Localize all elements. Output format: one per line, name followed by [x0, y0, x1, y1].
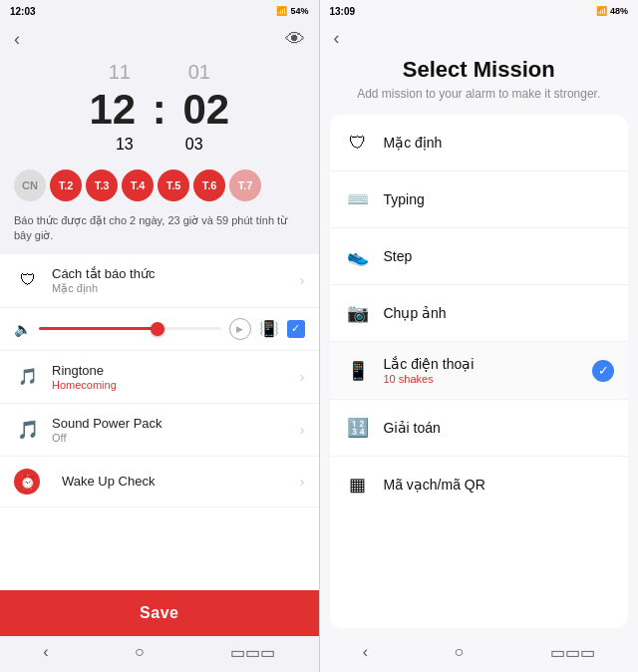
hour-above[interactable]: 11 — [106, 61, 134, 84]
right-status-icons: 📶 48% — [596, 6, 628, 16]
volume-slider[interactable] — [39, 327, 221, 330]
sound-power-content: Sound Power Pack Off — [52, 416, 300, 444]
chevron-icon: › — [300, 272, 305, 288]
select-mission-title: Select Mission — [340, 57, 619, 83]
ringtone-content: Ringtone Homecoming — [52, 363, 300, 391]
sound-power-title: Sound Power Pack — [52, 416, 300, 431]
mission-math-label: Giải toán — [384, 420, 441, 436]
mission-photo[interactable]: 📷 Chụp ảnh — [330, 285, 629, 342]
math-icon: 🔢 — [344, 414, 372, 442]
volume-icon: 🔈 — [14, 321, 31, 337]
mission-typing-label: Typing — [384, 191, 425, 207]
left-status-time: 12:03 — [10, 6, 36, 17]
typing-icon: ⌨️ — [344, 185, 372, 213]
mission-list: 🛡 Mặc định ⌨️ Typing 👟 Step 📷 Chụp ảnh 📱 — [330, 115, 629, 628]
settings-list: 🛡 Cách tắt báo thức Mặc định › 🔈 ▶ 📳 ✓ 🎵 — [0, 254, 319, 590]
min-below[interactable]: 03 — [185, 136, 203, 154]
day-buttons: CN T.2 T.3 T.4 T.5 T.6 T.7 — [0, 162, 319, 209]
mission-default-label: Mặc định — [384, 135, 443, 151]
right-bottom-nav: ‹ ○ ▭▭▭ — [320, 636, 639, 672]
step-icon: 👟 — [344, 242, 372, 270]
alarm-off-content: Cách tắt báo thức Mặc định — [52, 266, 300, 295]
right-nav-recent[interactable]: ▭▭▭ — [530, 639, 615, 666]
mission-typing[interactable]: ⌨️ Typing — [330, 171, 629, 228]
min-above[interactable]: 01 — [185, 61, 213, 84]
mission-barcode-label: Mã vạch/mã QR — [384, 477, 485, 493]
music-icon: 🎵 — [14, 363, 42, 391]
mission-barcode[interactable]: ▦ Mã vạch/mã QR — [330, 457, 629, 512]
ringtone-title: Ringtone — [52, 363, 300, 378]
alarm-info-text: Báo thức được đặt cho 2 ngày, 23 giờ và … — [0, 209, 319, 254]
wake-up-title: Wake Up Check — [62, 474, 300, 489]
volume-row: 🔈 ▶ 📳 ✓ — [0, 308, 319, 351]
ringtone-setting[interactable]: 🎵 Ringtone Homecoming › — [0, 351, 319, 404]
day-t6[interactable]: T.6 — [193, 169, 225, 201]
mission-math[interactable]: 🔢 Giải toán — [330, 400, 629, 457]
nav-back[interactable]: ‹ — [23, 639, 68, 665]
time-row-main: 12 : 02 — [83, 86, 236, 134]
slider-thumb — [151, 322, 164, 336]
left-status-bar: 12:03 📶 54% — [0, 0, 319, 22]
camera-icon: 📷 — [344, 299, 372, 327]
chevron-icon: › — [300, 474, 305, 490]
mission-shake-label: Lắc điện thoại — [384, 356, 593, 372]
mission-selected-check: ✓ — [592, 360, 614, 382]
left-status-icons: 📶 54% — [276, 6, 308, 16]
right-nav-home[interactable]: ○ — [435, 639, 484, 665]
right-nav-back[interactable]: ‹ — [343, 639, 388, 665]
save-button[interactable]: Save — [0, 590, 319, 636]
ringtone-sub: Homecoming — [52, 379, 300, 391]
wake-up-setting[interactable]: ⏰ Wake Up Check › — [0, 457, 319, 507]
time-row-below: 13 03 — [116, 136, 203, 154]
mission-shake-sub: 10 shakes — [384, 373, 593, 385]
left-top-nav: ‹ 👁 — [0, 22, 319, 57]
eye-icon[interactable]: 👁 — [285, 28, 305, 51]
wake-up-icon: ⏰ — [14, 469, 40, 495]
back-button[interactable]: ‹ — [14, 29, 20, 50]
nav-recent[interactable]: ▭▭▭ — [210, 639, 295, 666]
alarm-off-sub: Mặc định — [52, 282, 300, 295]
volume-fill — [39, 327, 158, 330]
time-colon: : — [153, 86, 166, 134]
right-back-button[interactable]: ‹ — [334, 28, 340, 48]
day-t4[interactable]: T.4 — [122, 169, 154, 201]
hour-below[interactable]: 13 — [116, 136, 134, 154]
chevron-icon: › — [300, 422, 305, 438]
right-panel-header: Select Mission Add mission to your alarm… — [320, 51, 639, 115]
time-picker: 11 01 12 : 02 13 03 — [0, 57, 319, 162]
left-panel: 12:03 📶 54% ‹ 👁 11 01 12 : 02 13 03 CN T… — [0, 0, 319, 672]
mission-photo-label: Chụp ảnh — [384, 305, 447, 321]
right-status-bar: 13:09 📶 48% — [320, 0, 639, 22]
play-button[interactable]: ▶ — [229, 318, 251, 340]
day-cn[interactable]: CN — [14, 169, 46, 201]
day-t3[interactable]: T.3 — [86, 169, 118, 201]
alarm-off-title: Cách tắt báo thức — [52, 266, 300, 281]
volume-check[interactable]: ✓ — [287, 320, 305, 338]
vibrate-icon[interactable]: 📳 — [259, 319, 279, 338]
mission-shake[interactable]: 📱 Lắc điện thoại 10 shakes ✓ — [330, 342, 629, 400]
left-bottom-nav: ‹ ○ ▭▭▭ — [0, 636, 319, 672]
sound-power-setting[interactable]: 🎵 Sound Power Pack Off › — [0, 404, 319, 457]
sound-power-icon: 🎵 — [14, 416, 42, 444]
mission-step[interactable]: 👟 Step — [330, 228, 629, 285]
day-t2[interactable]: T.2 — [50, 169, 82, 201]
time-row-above: 11 01 — [106, 61, 213, 84]
hour-main[interactable]: 12 — [83, 86, 143, 134]
mission-default[interactable]: 🛡 Mặc định — [330, 115, 629, 171]
default-icon: 🛡 — [344, 129, 372, 157]
right-top-nav: ‹ — [320, 22, 639, 51]
nav-home[interactable]: ○ — [115, 639, 164, 665]
wake-up-content: Wake Up Check — [62, 474, 300, 489]
min-main[interactable]: 02 — [176, 86, 236, 134]
right-status-time: 13:09 — [330, 6, 356, 17]
day-t7[interactable]: T.7 — [229, 169, 261, 201]
shake-icon: 📱 — [344, 357, 372, 385]
alarm-off-setting[interactable]: 🛡 Cách tắt báo thức Mặc định › — [0, 254, 319, 308]
mission-step-label: Step — [384, 248, 413, 264]
day-t5[interactable]: T.5 — [158, 169, 189, 201]
right-panel: 13:09 📶 48% ‹ Select Mission Add mission… — [320, 0, 639, 672]
sound-power-sub: Off — [52, 432, 300, 444]
barcode-icon: ▦ — [344, 471, 372, 499]
shield-icon: 🛡 — [14, 266, 42, 294]
select-mission-subtitle: Add mission to your alarm to make it str… — [340, 87, 619, 101]
